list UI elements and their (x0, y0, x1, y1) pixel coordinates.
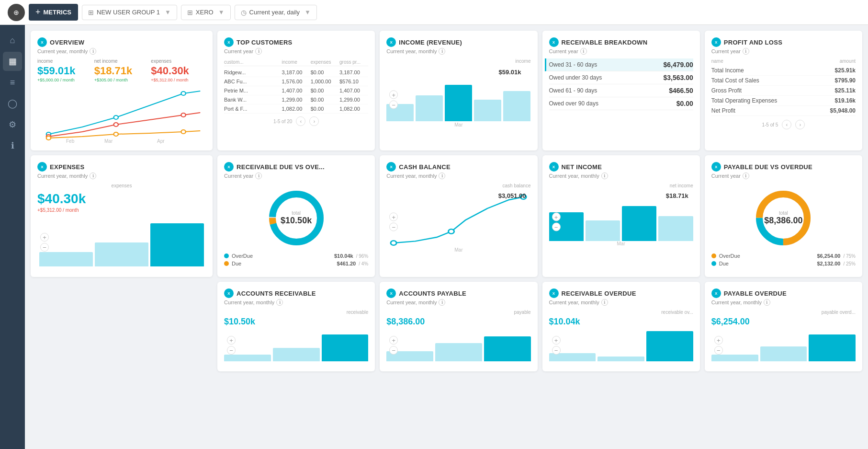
exp-zoom-out[interactable]: − (40, 243, 49, 252)
po-chart: $6,254.00 + − (711, 317, 856, 365)
ir-axis-label: Mar (386, 122, 530, 127)
pdv-info-icon[interactable]: ℹ (743, 173, 749, 179)
rb-rows: Owed 31 - 60 days $6,479.00 Owed under 3… (549, 58, 693, 110)
rdv-badge: X (224, 162, 234, 172)
income-metric: income $59.01k +$5,000.00 / month (37, 58, 92, 82)
tc-row-5: Port & F...1,082.00$0.001,082.00 (224, 104, 368, 114)
ro-zoom-in[interactable]: + (552, 336, 561, 345)
pdv-badge: X (711, 162, 721, 172)
cb-chart: $3,051.00 Mar + − (386, 188, 530, 255)
exp-title: EXPENSES (50, 163, 85, 171)
rdv-info-icon[interactable]: ℹ (255, 173, 262, 179)
rb-header: X RECEIVABLE BREAKDOWN (549, 37, 693, 47)
ap-chart: $8,386.00 + − (386, 317, 530, 365)
rdv-total-text: total (281, 210, 312, 216)
sidebar-item-dashboard[interactable]: ▦ (3, 52, 22, 71)
pl-prev-button[interactable]: ‹ (782, 120, 791, 129)
accounts-receivable-card: X ACCOUNTS RECEIVABLE Current year, mont… (217, 282, 375, 371)
tc-next-button[interactable]: › (309, 116, 319, 126)
income-revenue-card: X INCOME (REVENUE) Current year, monthly… (380, 31, 537, 150)
cb-badge: X (386, 162, 396, 172)
ap-bar-2 (435, 343, 482, 362)
ni-info-icon[interactable]: ℹ (601, 173, 608, 179)
ir-zoom-out[interactable]: − (389, 101, 398, 109)
sidebar-item-home[interactable]: ⌂ (3, 31, 22, 50)
ap-badge: X (386, 288, 396, 298)
ni-zoom-in[interactable]: + (552, 213, 561, 221)
cb-zoom-out[interactable]: − (389, 223, 398, 231)
chart-label-mar: Mar (104, 138, 113, 144)
overview-title: OVERVIEW (50, 39, 84, 46)
ap-zoom-out[interactable]: − (389, 346, 398, 355)
rdv-donut: total $10.50k (265, 187, 327, 249)
ro-info-icon[interactable]: ℹ (601, 299, 608, 306)
cb-info-icon[interactable]: ℹ (439, 173, 445, 179)
pdv-title: PAYABLE DUE VS OVERDUE (724, 163, 812, 171)
sidebar-item-tools[interactable]: ⚙ (3, 115, 22, 134)
ar-header: X ACCOUNTS RECEIVABLE (224, 288, 368, 298)
overview-card: X OVERVIEW Current year, monthly ℹ incom… (31, 31, 213, 150)
overview-metrics: income $59.01k +$5,000.00 / month net in… (37, 58, 206, 82)
po-value: $6,254.00 (711, 317, 856, 327)
logo-icon: ⊕ (13, 9, 19, 16)
rdv-total-value: $10.50k (281, 216, 312, 226)
top-customers-header: X TOP CUSTOMERS (224, 37, 368, 47)
pdv-overdue-dot (711, 253, 716, 258)
ro-header: X RECEIVABLE OVERDUE (549, 288, 693, 298)
ap-zoom-in[interactable]: + (389, 336, 398, 345)
tc-prev-button[interactable]: ‹ (296, 116, 305, 126)
rb-info-icon[interactable]: ℹ (580, 48, 587, 55)
ar-zoom-out[interactable]: − (227, 346, 236, 355)
sidebar-item-list[interactable]: ≡ (3, 73, 22, 92)
group-dropdown[interactable]: ⊞ NEW USER GROUP 1 ▼ (82, 5, 177, 20)
ni-title: NET INCOME (562, 163, 602, 171)
chart-label-feb: Feb (66, 138, 74, 144)
ap-info-icon[interactable]: ℹ (439, 299, 445, 306)
tc-pagination: 1-5 of 20 ‹ › (224, 116, 368, 126)
po-zoom-out[interactable]: − (714, 346, 723, 355)
tc-row-4: Bank W...1,299.00$0.001,299.00 (224, 95, 368, 104)
ir-subtitle: Current year, monthly ℹ (386, 48, 530, 55)
pl-row-4: Total Operating Expenses$19.16k (711, 96, 856, 106)
exp-bar-2 (95, 242, 148, 266)
ro-zoom-out[interactable]: − (552, 346, 561, 355)
pl-col-header: name amount (711, 58, 856, 64)
income-label: income (37, 58, 92, 64)
exp-label: expenses (37, 183, 206, 188)
ni-bar-3 (622, 206, 656, 241)
po-zoom-in[interactable]: + (714, 336, 723, 345)
expenses-sub: +$5,312.00 / month (151, 78, 206, 82)
tc-info-icon[interactable]: ℹ (255, 48, 262, 55)
add-metrics-button[interactable]: + METRICS (29, 4, 78, 21)
receivable-breakdown-card: X RECEIVABLE BREAKDOWN Current year ℹ Ow… (542, 31, 700, 150)
pl-next-button[interactable]: › (795, 120, 805, 129)
sidebar-item-user[interactable]: ◯ (3, 94, 22, 113)
exp-subtitle: Current year, monthly ℹ (37, 173, 206, 179)
cb-zoom-in[interactable]: + (389, 213, 398, 221)
ir-zoom-in[interactable]: + (389, 91, 398, 99)
exp-info-icon[interactable]: ℹ (90, 173, 96, 179)
group-label: NEW USER GROUP 1 (97, 9, 160, 16)
xero-label: XERO (196, 9, 214, 16)
pl-col-name: name (711, 58, 723, 64)
date-dropdown[interactable]: ◷ Current year, daily ▼ (235, 5, 317, 20)
ni-zoom-out[interactable]: − (552, 223, 561, 231)
pl-header: X PROFIT AND LOSS (711, 37, 856, 47)
ar-zoom-in[interactable]: + (227, 336, 236, 345)
tc-table-body: Ridgew...3,187.00$0.003,187.00 ABC Fu...… (224, 68, 368, 114)
ar-info-icon[interactable]: ℹ (276, 299, 283, 306)
date-label: Current year, daily (249, 9, 300, 16)
ir-info-icon[interactable]: ℹ (439, 48, 445, 55)
cash-balance-card: X CASH BALANCE Current year, monthly ℹ c… (380, 155, 537, 277)
rb-title: RECEIVABLE BREAKDOWN (562, 39, 648, 46)
po-info-icon[interactable]: ℹ (764, 299, 770, 306)
exp-bar-3 (150, 223, 204, 266)
ap-value: $8,386.00 (386, 317, 530, 327)
pl-info-icon[interactable]: ℹ (743, 48, 749, 55)
exp-zoom-in[interactable]: + (40, 233, 49, 242)
overview-info-icon[interactable]: ℹ (90, 48, 96, 55)
sidebar-item-info[interactable]: ℹ (3, 136, 22, 155)
ar-title: ACCOUNTS RECEIVABLE (237, 290, 316, 297)
xero-dropdown[interactable]: ⊞ XERO ▼ (181, 5, 231, 20)
income-value: $59.01k (37, 65, 92, 77)
